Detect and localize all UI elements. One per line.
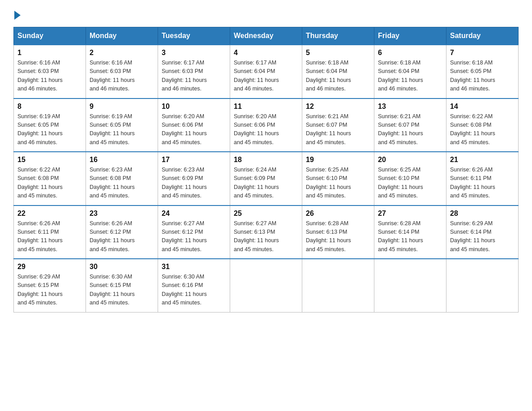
week-row-1: 1 Sunrise: 6:16 AMSunset: 6:03 PMDayligh… [14, 45, 519, 98]
col-header-saturday: Saturday [446, 27, 519, 45]
day-number: 14 [450, 103, 515, 111]
calendar-cell: 20 Sunrise: 6:25 AMSunset: 6:10 PMDaylig… [374, 152, 446, 206]
calendar-table: SundayMondayTuesdayWednesdayThursdayFrid… [13, 27, 519, 313]
calendar-cell: 9 Sunrise: 6:19 AMSunset: 6:05 PMDayligh… [86, 98, 158, 152]
calendar-cell: 11 Sunrise: 6:20 AMSunset: 6:06 PMDaylig… [230, 98, 302, 152]
day-info: Sunrise: 6:29 AMSunset: 6:14 PMDaylight:… [450, 219, 515, 254]
day-number: 5 [306, 49, 370, 57]
day-info: Sunrise: 6:18 AMSunset: 6:05 PMDaylight:… [450, 59, 515, 94]
day-info: Sunrise: 6:18 AMSunset: 6:04 PMDaylight:… [306, 59, 370, 94]
day-info: Sunrise: 6:19 AMSunset: 6:05 PMDaylight:… [17, 112, 82, 147]
day-number: 2 [90, 49, 154, 57]
calendar-cell: 13 Sunrise: 6:21 AMSunset: 6:07 PMDaylig… [374, 98, 446, 152]
page-header [13, 9, 519, 18]
calendar-cell: 12 Sunrise: 6:21 AMSunset: 6:07 PMDaylig… [302, 98, 374, 152]
calendar-header-row: SundayMondayTuesdayWednesdayThursdayFrid… [14, 27, 519, 45]
day-info: Sunrise: 6:24 AMSunset: 6:09 PMDaylight:… [234, 166, 298, 201]
calendar-cell: 27 Sunrise: 6:28 AMSunset: 6:14 PMDaylig… [374, 206, 446, 259]
day-info: Sunrise: 6:19 AMSunset: 6:05 PMDaylight:… [90, 112, 154, 147]
logo-general [13, 9, 21, 20]
day-number: 15 [17, 156, 82, 164]
logo [13, 9, 21, 18]
day-info: Sunrise: 6:22 AMSunset: 6:08 PMDaylight:… [450, 112, 515, 147]
calendar-cell: 5 Sunrise: 6:18 AMSunset: 6:04 PMDayligh… [302, 45, 374, 98]
day-info: Sunrise: 6:26 AMSunset: 6:11 PMDaylight:… [17, 219, 82, 254]
day-info: Sunrise: 6:25 AMSunset: 6:10 PMDaylight:… [306, 166, 370, 201]
logo-arrow-icon [14, 11, 21, 20]
day-number: 30 [90, 263, 154, 271]
calendar-cell [374, 259, 446, 312]
calendar-cell: 28 Sunrise: 6:29 AMSunset: 6:14 PMDaylig… [446, 206, 519, 259]
day-info: Sunrise: 6:25 AMSunset: 6:10 PMDaylight:… [378, 166, 442, 201]
week-row-5: 29 Sunrise: 6:29 AMSunset: 6:15 PMDaylig… [14, 259, 519, 312]
calendar-cell: 4 Sunrise: 6:17 AMSunset: 6:04 PMDayligh… [230, 45, 302, 98]
day-number: 19 [306, 156, 370, 164]
calendar-cell: 3 Sunrise: 6:17 AMSunset: 6:03 PMDayligh… [158, 45, 230, 98]
day-number: 1 [17, 49, 82, 57]
calendar-cell: 7 Sunrise: 6:18 AMSunset: 6:05 PMDayligh… [446, 45, 519, 98]
day-info: Sunrise: 6:30 AMSunset: 6:15 PMDaylight:… [90, 273, 154, 308]
calendar-cell: 6 Sunrise: 6:18 AMSunset: 6:04 PMDayligh… [374, 45, 446, 98]
day-number: 22 [17, 210, 82, 218]
day-number: 20 [378, 156, 442, 164]
calendar-cell: 30 Sunrise: 6:30 AMSunset: 6:15 PMDaylig… [86, 259, 158, 312]
day-number: 16 [90, 156, 154, 164]
day-info: Sunrise: 6:26 AMSunset: 6:11 PMDaylight:… [450, 166, 515, 201]
calendar-cell: 24 Sunrise: 6:27 AMSunset: 6:12 PMDaylig… [158, 206, 230, 259]
day-number: 26 [306, 210, 370, 218]
day-info: Sunrise: 6:22 AMSunset: 6:08 PMDaylight:… [17, 166, 82, 201]
day-info: Sunrise: 6:20 AMSunset: 6:06 PMDaylight:… [162, 112, 226, 147]
day-number: 28 [450, 210, 515, 218]
day-info: Sunrise: 6:26 AMSunset: 6:12 PMDaylight:… [90, 219, 154, 254]
day-info: Sunrise: 6:21 AMSunset: 6:07 PMDaylight:… [378, 112, 442, 147]
col-header-wednesday: Wednesday [230, 27, 302, 45]
calendar-cell: 31 Sunrise: 6:30 AMSunset: 6:16 PMDaylig… [158, 259, 230, 312]
day-number: 3 [162, 49, 226, 57]
calendar-cell: 18 Sunrise: 6:24 AMSunset: 6:09 PMDaylig… [230, 152, 302, 206]
week-row-4: 22 Sunrise: 6:26 AMSunset: 6:11 PMDaylig… [14, 206, 519, 259]
calendar-cell: 22 Sunrise: 6:26 AMSunset: 6:11 PMDaylig… [14, 206, 86, 259]
day-number: 12 [306, 103, 370, 111]
week-row-3: 15 Sunrise: 6:22 AMSunset: 6:08 PMDaylig… [14, 152, 519, 206]
col-header-friday: Friday [374, 27, 446, 45]
day-info: Sunrise: 6:16 AMSunset: 6:03 PMDaylight:… [17, 59, 82, 94]
day-info: Sunrise: 6:28 AMSunset: 6:14 PMDaylight:… [378, 219, 442, 254]
day-number: 29 [17, 263, 82, 271]
col-header-monday: Monday [86, 27, 158, 45]
day-number: 25 [234, 210, 298, 218]
day-number: 31 [162, 263, 226, 271]
day-info: Sunrise: 6:16 AMSunset: 6:03 PMDaylight:… [90, 59, 154, 94]
day-number: 27 [378, 210, 442, 218]
week-row-2: 8 Sunrise: 6:19 AMSunset: 6:05 PMDayligh… [14, 98, 519, 152]
day-info: Sunrise: 6:20 AMSunset: 6:06 PMDaylight:… [234, 112, 298, 147]
calendar-cell: 25 Sunrise: 6:27 AMSunset: 6:13 PMDaylig… [230, 206, 302, 259]
calendar-cell: 21 Sunrise: 6:26 AMSunset: 6:11 PMDaylig… [446, 152, 519, 206]
day-number: 10 [162, 103, 226, 111]
day-info: Sunrise: 6:30 AMSunset: 6:16 PMDaylight:… [162, 273, 226, 308]
calendar-cell: 17 Sunrise: 6:23 AMSunset: 6:09 PMDaylig… [158, 152, 230, 206]
calendar-cell: 26 Sunrise: 6:28 AMSunset: 6:13 PMDaylig… [302, 206, 374, 259]
day-info: Sunrise: 6:18 AMSunset: 6:04 PMDaylight:… [378, 59, 442, 94]
day-number: 11 [234, 103, 298, 111]
calendar-cell: 2 Sunrise: 6:16 AMSunset: 6:03 PMDayligh… [86, 45, 158, 98]
col-header-sunday: Sunday [14, 27, 86, 45]
day-number: 23 [90, 210, 154, 218]
calendar-cell: 16 Sunrise: 6:23 AMSunset: 6:08 PMDaylig… [86, 152, 158, 206]
day-number: 21 [450, 156, 515, 164]
calendar-cell: 14 Sunrise: 6:22 AMSunset: 6:08 PMDaylig… [446, 98, 519, 152]
col-header-tuesday: Tuesday [158, 27, 230, 45]
day-number: 4 [234, 49, 298, 57]
calendar-cell: 10 Sunrise: 6:20 AMSunset: 6:06 PMDaylig… [158, 98, 230, 152]
calendar-cell [230, 259, 302, 312]
calendar-cell: 1 Sunrise: 6:16 AMSunset: 6:03 PMDayligh… [14, 45, 86, 98]
day-number: 24 [162, 210, 226, 218]
day-info: Sunrise: 6:23 AMSunset: 6:08 PMDaylight:… [90, 166, 154, 201]
day-info: Sunrise: 6:27 AMSunset: 6:12 PMDaylight:… [162, 219, 226, 254]
day-info: Sunrise: 6:27 AMSunset: 6:13 PMDaylight:… [234, 219, 298, 254]
day-number: 17 [162, 156, 226, 164]
day-info: Sunrise: 6:23 AMSunset: 6:09 PMDaylight:… [162, 166, 226, 201]
day-number: 6 [378, 49, 442, 57]
day-number: 18 [234, 156, 298, 164]
calendar-cell: 8 Sunrise: 6:19 AMSunset: 6:05 PMDayligh… [14, 98, 86, 152]
calendar-cell: 19 Sunrise: 6:25 AMSunset: 6:10 PMDaylig… [302, 152, 374, 206]
